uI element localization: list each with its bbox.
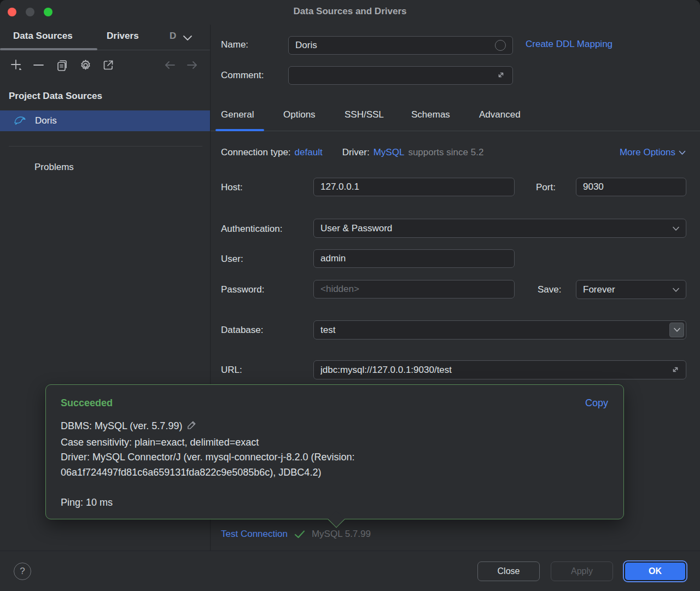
url-expand-icon[interactable] [669,364,681,376]
database-value: test [320,325,335,336]
name-input[interactable] [288,36,513,55]
tabs-overflow-chevron-icon[interactable] [183,33,192,44]
popup-body: DBMS: MySQL (ver. 5.7.99) Case sensitivi… [61,419,609,510]
footer-bar: ? Close Apply OK [0,551,700,591]
window-title: Data Sources and Drivers [0,6,700,17]
data-sources-dialog: Data Sources and Drivers Data Sources Dr… [0,0,700,591]
tab-ddl-mappings-truncated[interactable]: D [170,31,176,42]
tab-general[interactable]: General [221,109,254,120]
host-input[interactable] [313,178,515,196]
chevron-down-icon [673,327,681,332]
authentication-value: User & Password [320,223,392,234]
database-label: Database: [221,325,264,336]
add-data-source-icon[interactable] [9,58,24,72]
ok-button[interactable]: OK [624,561,686,581]
authentication-select[interactable]: User & Password [313,219,686,238]
connection-type-value-link[interactable]: default [295,147,323,158]
sidebar-tabbar: Data Sources Drivers D [0,26,210,50]
port-input[interactable] [576,178,686,196]
tab-advanced[interactable]: Advanced [479,109,521,120]
case-sensitivity-line: Case sensitivity: plain=exact, delimited… [61,435,609,450]
open-in-window-icon[interactable] [101,58,115,72]
tab-options[interactable]: Options [283,109,316,120]
settings-gear-icon[interactable] [78,58,92,72]
help-button[interactable]: ? [14,563,31,580]
url-label: URL: [221,365,242,376]
duplicate-icon[interactable] [55,58,69,72]
active-tab-underline [0,48,97,50]
data-source-item-doris[interactable]: Doris [0,110,210,131]
comment-label: Comment: [221,70,264,81]
connection-type-label: Connection type: [221,147,291,158]
more-options-label: More Options [620,147,675,158]
mysql-dolphin-icon [13,113,27,129]
sidebar-item-problems[interactable]: Problems [34,162,74,173]
name-label: Name: [221,39,248,50]
save-label: Save: [538,284,561,295]
chevron-down-icon [672,223,680,234]
driver-line-1: Driver: MySQL Connector/J (ver. mysql-co… [61,450,609,465]
driver-line-2: 06a1f724497fd81c6a659131fda822c9e5085b6c… [61,465,609,481]
copy-result-link[interactable]: Copy [585,397,608,409]
chevron-down-icon [672,284,680,295]
database-dropdown-button[interactable] [669,323,684,337]
back-arrow-icon [163,58,177,72]
remove-data-source-icon[interactable] [32,58,46,72]
database-combobox[interactable]: test [313,320,686,340]
tabs-divider [211,131,700,131]
popup-notch [328,511,345,528]
success-check-icon [294,529,306,539]
more-options-link[interactable]: More Options [620,147,686,158]
dbms-text: DBMS: MySQL (ver. 5.7.99) [61,420,182,431]
save-select[interactable]: Forever [576,280,686,299]
sidebar-divider [9,146,202,147]
active-main-tab-underline [215,129,264,131]
driver-value-link[interactable]: MySQL [374,147,405,158]
connection-type-row: Connection type: default Driver: MySQL s… [221,147,483,158]
data-source-label: Doris [35,115,57,126]
ping-line: Ping: 10 ms [61,495,609,511]
url-input[interactable] [313,360,686,379]
test-connection-row: Test Connection MySQL 5.7.99 [221,529,371,540]
driver-note: supports since 5.2 [408,147,483,158]
popup-blank-line [61,480,609,495]
host-label: Host: [221,182,243,193]
apply-button: Apply [551,561,613,581]
driver-label: Driver: [342,147,370,158]
user-input[interactable] [313,249,515,268]
db-version-text: MySQL 5.7.99 [312,529,371,540]
tab-data-sources[interactable]: Data Sources [13,31,73,42]
sidebar-toolbar [0,55,210,77]
create-ddl-mapping-link[interactable]: Create DDL Mapping [526,39,612,50]
tab-ssh-ssl[interactable]: SSH/SSL [345,109,384,120]
titlebar: Data Sources and Drivers [0,0,700,25]
forward-arrow-icon [185,58,199,72]
dbms-line: DBMS: MySQL (ver. 5.7.99) [61,419,609,435]
comment-input[interactable] [288,66,513,85]
tab-schemas[interactable]: Schemas [411,109,450,120]
test-connection-result-popup: Succeeded Copy DBMS: MySQL (ver. 5.7.99)… [45,384,624,519]
authentication-label: Authentication: [221,224,282,235]
user-label: User: [221,254,243,265]
name-color-circle-icon[interactable] [495,40,506,51]
test-connection-link[interactable]: Test Connection [221,529,288,540]
port-label: Port: [536,182,556,193]
comment-expand-icon[interactable] [495,69,507,81]
tab-drivers[interactable]: Drivers [107,31,139,42]
edit-pencil-icon[interactable] [186,420,197,435]
password-input[interactable] [313,280,515,299]
password-label: Password: [221,284,264,295]
close-button[interactable]: Close [477,561,540,581]
chevron-down-icon [679,150,686,155]
status-succeeded: Succeeded [61,397,113,409]
project-data-sources-header: Project Data Sources [9,91,102,102]
save-value: Forever [583,284,615,295]
